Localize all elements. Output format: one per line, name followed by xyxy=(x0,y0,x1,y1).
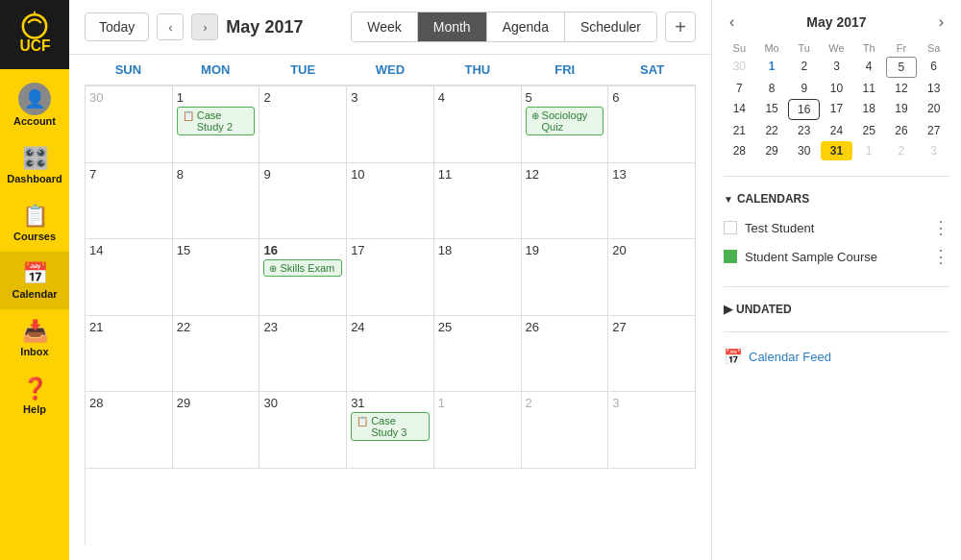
cal-cell[interactable]: 14 xyxy=(86,239,173,316)
sidebar-item-courses[interactable]: 📋 Courses xyxy=(0,194,69,252)
student-sample-menu[interactable]: ⋮ xyxy=(932,246,949,267)
next-button[interactable]: › xyxy=(191,13,218,40)
cal-cell[interactable]: 23 xyxy=(259,316,347,393)
mini-day[interactable]: 29 xyxy=(756,141,788,160)
mini-day[interactable]: 12 xyxy=(886,79,918,98)
cal-cell[interactable]: 25 xyxy=(434,316,522,393)
mini-day[interactable]: 9 xyxy=(788,79,820,98)
sidebar-item-account[interactable]: 👤 Account xyxy=(0,73,69,136)
cal-cell[interactable]: 2 xyxy=(522,392,609,469)
mini-day[interactable]: 22 xyxy=(756,121,788,140)
cal-cell[interactable]: 4 xyxy=(434,86,522,163)
mini-day[interactable]: 1 xyxy=(853,141,885,160)
cal-cell[interactable]: 21 xyxy=(86,316,173,393)
cal-cell[interactable]: 15 xyxy=(173,239,260,316)
mini-day[interactable]: 18 xyxy=(853,99,885,120)
mini-day[interactable]: 30 xyxy=(724,57,755,78)
student-sample-color xyxy=(724,250,737,263)
cal-cell[interactable]: 8 xyxy=(173,163,260,240)
mini-prev-button[interactable]: ‹ xyxy=(724,12,740,33)
cal-cell[interactable]: 28 xyxy=(86,392,173,469)
cal-cell[interactable]: 31📋Case Study 3 xyxy=(347,392,434,469)
sidebar-item-help[interactable]: ❓ Help xyxy=(0,367,69,425)
cal-cell[interactable]: 30 xyxy=(259,392,347,469)
cal-cell[interactable]: 11 xyxy=(434,163,522,240)
tab-month[interactable]: Month xyxy=(418,12,487,41)
cal-cell[interactable]: 5⊕Sociology Quiz xyxy=(522,86,609,163)
mini-day[interactable]: 13 xyxy=(918,79,949,98)
mini-day[interactable]: 11 xyxy=(853,79,885,98)
tab-agenda[interactable]: Agenda xyxy=(487,12,565,41)
mini-day[interactable]: 27 xyxy=(918,121,949,140)
today-button[interactable]: Today xyxy=(85,12,149,41)
mini-calendar: ‹ May 2017 › SuMoTuWeThFrSa3012345678910… xyxy=(724,12,949,160)
tab-week[interactable]: Week xyxy=(352,12,418,41)
prev-button[interactable]: ‹ xyxy=(157,13,184,40)
test-student-menu[interactable]: ⋮ xyxy=(932,217,949,238)
mini-day[interactable]: 19 xyxy=(886,99,918,120)
calendar-event[interactable]: ⊕Sociology Quiz xyxy=(526,107,604,135)
cal-cell[interactable]: 19 xyxy=(522,239,609,316)
sidebar-item-dashboard[interactable]: 🎛️ Dashboard xyxy=(0,136,69,194)
cal-cell[interactable]: 29 xyxy=(173,392,260,469)
cal-cell[interactable]: 26 xyxy=(522,316,609,393)
mini-day[interactable]: 31 xyxy=(821,141,852,160)
cal-cell[interactable]: 7 xyxy=(86,163,173,240)
undated-section[interactable]: ▶ UNDATED xyxy=(724,303,949,316)
cal-cell[interactable]: 2 xyxy=(259,86,347,163)
cal-cell[interactable]: 10 xyxy=(347,163,434,240)
cal-cell[interactable]: 6 xyxy=(608,86,696,163)
tab-scheduler[interactable]: Scheduler xyxy=(565,12,656,41)
cal-cell[interactable]: 12 xyxy=(522,163,609,240)
cal-cell[interactable]: 17 xyxy=(347,239,434,316)
mini-day[interactable]: 23 xyxy=(788,121,820,140)
mini-day[interactable]: 10 xyxy=(821,79,852,98)
mini-day[interactable]: 8 xyxy=(756,79,788,98)
mini-day[interactable]: 17 xyxy=(821,99,852,120)
mini-day[interactable]: 14 xyxy=(724,99,755,120)
mini-next-button[interactable]: › xyxy=(933,12,949,33)
calendar-feed-link[interactable]: 📅 Calendar Feed xyxy=(724,348,949,366)
mini-day[interactable]: 25 xyxy=(853,121,885,140)
mini-day[interactable]: 28 xyxy=(724,141,755,160)
mini-day[interactable]: 5 xyxy=(886,57,918,78)
mini-day[interactable]: 2 xyxy=(886,141,918,160)
mini-day[interactable]: 7 xyxy=(724,79,755,98)
mini-day[interactable]: 26 xyxy=(886,121,918,140)
mini-day[interactable]: 15 xyxy=(756,99,788,120)
cal-cell[interactable]: 13 xyxy=(608,163,696,240)
sidebar-item-calendar[interactable]: 📅 Calendar xyxy=(0,252,69,309)
mini-day[interactable]: 30 xyxy=(788,141,820,160)
cal-cell[interactable]: 24 xyxy=(347,316,434,393)
add-event-button[interactable]: + xyxy=(665,12,696,42)
sidebar-item-inbox[interactable]: 📥 Inbox xyxy=(0,309,69,367)
mini-day[interactable]: 6 xyxy=(918,57,949,78)
cal-cell[interactable]: 9 xyxy=(259,163,347,240)
mini-cal-header: ‹ May 2017 › xyxy=(724,12,949,33)
cal-cell[interactable]: 22 xyxy=(173,316,260,393)
cal-cell[interactable]: 27 xyxy=(608,316,696,393)
cal-cell[interactable]: 3 xyxy=(608,392,696,469)
cal-cell[interactable]: 16⊕Skills Exam xyxy=(259,239,347,316)
cal-cell[interactable]: 1 xyxy=(434,392,522,469)
calendars-arrow[interactable]: ▼ xyxy=(724,194,733,205)
event-icon: 📋 xyxy=(357,416,368,426)
mini-day[interactable]: 24 xyxy=(821,121,852,140)
calendar-event[interactable]: ⊕Skills Exam xyxy=(263,259,342,277)
mini-day[interactable]: 2 xyxy=(788,57,820,78)
cal-cell[interactable]: 20 xyxy=(608,239,696,316)
mini-day[interactable]: 20 xyxy=(918,99,949,120)
calendar-event[interactable]: 📋Case Study 3 xyxy=(351,412,430,441)
cal-cell[interactable]: 1📋Case Study 2 xyxy=(173,86,260,163)
cal-day-number: 10 xyxy=(351,167,430,182)
mini-day[interactable]: 3 xyxy=(821,57,852,78)
mini-day[interactable]: 3 xyxy=(918,141,949,160)
mini-day[interactable]: 16 xyxy=(788,99,820,120)
calendar-event[interactable]: 📋Case Study 2 xyxy=(177,107,256,135)
cal-cell[interactable]: 18 xyxy=(434,239,522,316)
mini-day[interactable]: 1 xyxy=(756,57,788,78)
cal-cell[interactable]: 30 xyxy=(86,86,173,163)
mini-day[interactable]: 4 xyxy=(853,57,885,78)
mini-day[interactable]: 21 xyxy=(724,121,755,140)
cal-cell[interactable]: 3 xyxy=(347,86,434,163)
